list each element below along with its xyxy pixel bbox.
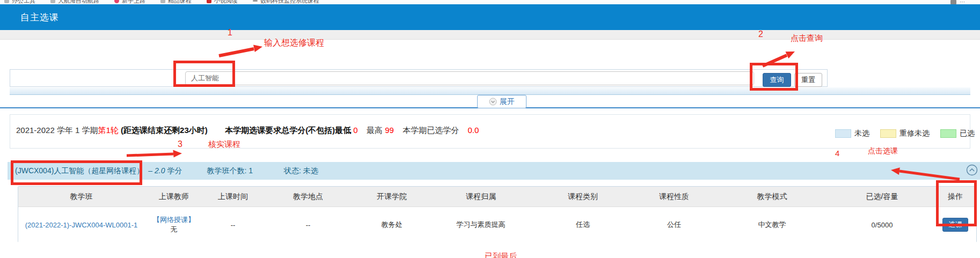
selected-swatch <box>940 129 956 138</box>
page-title: 自主选课 <box>20 11 59 24</box>
table-row: (2021-2022-1)-JWCX004-WL0001-1 【网络授课】 无 … <box>18 207 976 242</box>
folder-icon <box>950 0 956 4</box>
bookmark-label: 大航海自动航路 <box>58 0 99 4</box>
col-header: 开课学院 <box>354 192 430 202</box>
class-time: -- <box>203 221 262 229</box>
bookmark-item[interactable]: 小说阅读 <box>207 0 238 4</box>
bookmark-item[interactable]: 办公工具 <box>4 0 35 4</box>
dash-icon <box>253 0 258 2</box>
select-course-button[interactable]: 选课 <box>942 218 968 232</box>
course-title: (JWCX004)人工智能（超星网络课程） <box>15 166 144 176</box>
countdown-label: (距选课结束还剩23小时) <box>121 126 208 135</box>
header-subband <box>0 30 980 40</box>
panel-footer-strip <box>10 87 970 95</box>
college: 教务处 <box>354 220 430 230</box>
bookmark-item[interactable]: 数码科技监控系统课程 <box>253 0 319 4</box>
course-belonging: 学习与素质提高 <box>430 220 532 230</box>
course-nature: 公任 <box>634 220 714 230</box>
bookmark-label: 精品课程 <box>168 0 192 4</box>
class-location: -- <box>262 221 354 229</box>
col-header: 教学地点 <box>262 192 354 202</box>
col-header: 课程性质 <box>634 192 714 202</box>
course-group-bar[interactable]: (JWCX004)人工智能（超星网络课程） – 2.0 学分 教学班个数: 1 … <box>8 162 980 180</box>
chevron-down-circle-icon <box>489 98 497 106</box>
unselected-swatch <box>835 129 851 138</box>
course-credits: – 2.0 学分 <box>148 166 182 176</box>
course-status: 状态: 未选 <box>284 166 318 176</box>
folder-icon <box>50 0 55 3</box>
col-header: 课程归属 <box>430 192 532 202</box>
red-dot-icon <box>114 0 119 3</box>
teacher-cell: 【网络授课】 无 <box>144 215 203 234</box>
bookmark-item[interactable]: 精品课程 <box>160 0 192 4</box>
col-header: 操作 <box>934 192 976 202</box>
min-credits-value: 0 <box>353 126 357 135</box>
legend-item-retake: 重修未选 <box>880 129 930 138</box>
credits-unit: 学分 <box>167 166 182 175</box>
legend-label: 未选 <box>854 129 869 138</box>
max-credits-label: 最高 <box>367 126 383 135</box>
expand-label: 展开 <box>500 97 515 107</box>
page-icon <box>4 0 9 3</box>
credits-value: 2.0 <box>155 166 165 175</box>
credit-requirement-label: 本学期选课要求总学分(不包括)最低 <box>225 126 351 135</box>
status-legend: 未选 重修未选 已选 <box>835 129 975 138</box>
bookmark-label: 新手上路 <box>122 0 145 4</box>
bookmarks-overflow[interactable]: ··· <box>950 0 965 4</box>
bookmark-label: 数码科技监控系统课程 <box>260 0 319 4</box>
browser-bookmarks-bar: 办公工具 大航海自动航路 新手上路 精品课程 小说阅读 数码科技监控系统课程 ·… <box>0 0 980 4</box>
expand-toggle[interactable]: 展开 <box>477 95 526 108</box>
max-credits-value: 99 <box>385 126 394 135</box>
reset-button[interactable]: 重置 <box>794 73 822 87</box>
bookmark-item[interactable]: 大航海自动航路 <box>50 0 99 4</box>
bookmark-label: 办公工具 <box>12 0 35 4</box>
semester-info-text: 2021-2022 学年 1 学期第1轮 (距选课结束还剩23小时) 本学期选课… <box>16 126 479 136</box>
table-header-row: 教学班 上课教师 上课时间 教学地点 开课学院 课程归属 课程类别 课程性质 教… <box>18 187 976 207</box>
capacity: 0/5000 <box>830 221 934 229</box>
selected-credits-value: 0.0 <box>468 126 479 135</box>
annotation-step-number: 4 <box>835 149 839 158</box>
teaching-mode-tag: 【网络授课】 <box>153 215 195 225</box>
course-category: 任选 <box>532 220 634 230</box>
bookmark-item[interactable]: 新手上路 <box>114 0 145 4</box>
class-count: 教学班个数: 1 <box>207 166 253 176</box>
overflow-dots: ··· <box>960 0 965 4</box>
folder-icon <box>160 0 165 3</box>
class-table: 教学班 上课教师 上课时间 教学地点 开课学院 课程归属 课程类别 课程性质 教… <box>18 186 977 242</box>
retake-swatch <box>880 129 896 138</box>
class-link[interactable]: (2021-2022-1)-JWCX004-WL0001-1 <box>25 221 138 229</box>
col-header: 上课时间 <box>203 192 262 202</box>
col-header: 教学班 <box>18 192 144 202</box>
col-header: 教学模式 <box>714 192 830 202</box>
teacher-name: 无 <box>171 225 178 234</box>
selected-credits-label: 本学期已选学分 <box>403 126 459 135</box>
teaching-mode: 中文教学 <box>714 220 830 230</box>
collapse-chevron-up-icon[interactable] <box>966 164 978 176</box>
legend-label: 已选 <box>960 129 975 138</box>
legend-label: 重修未选 <box>899 129 930 138</box>
col-header: 已选/容量 <box>830 192 934 202</box>
red-book-icon <box>207 0 211 3</box>
legend-item-selected: 已选 <box>940 129 975 138</box>
semester-label: 2021-2022 学年 1 学期 <box>16 126 98 135</box>
round-label: 第1轮 <box>98 126 119 135</box>
query-button[interactable]: 查询 <box>763 73 791 87</box>
legend-item-unselected: 未选 <box>835 129 869 138</box>
bookmark-label: 小说阅读 <box>214 0 238 4</box>
course-selection-page: 办公工具 大航海自动航路 新手上路 精品课程 小说阅读 数码科技监控系统课程 ·… <box>0 0 980 258</box>
col-header: 课程类别 <box>532 192 634 202</box>
footer-note: 已到最后 <box>485 252 517 258</box>
col-header: 上课教师 <box>144 192 203 202</box>
course-search-input[interactable] <box>185 71 754 85</box>
app-header: 自主选课 <box>0 4 980 30</box>
